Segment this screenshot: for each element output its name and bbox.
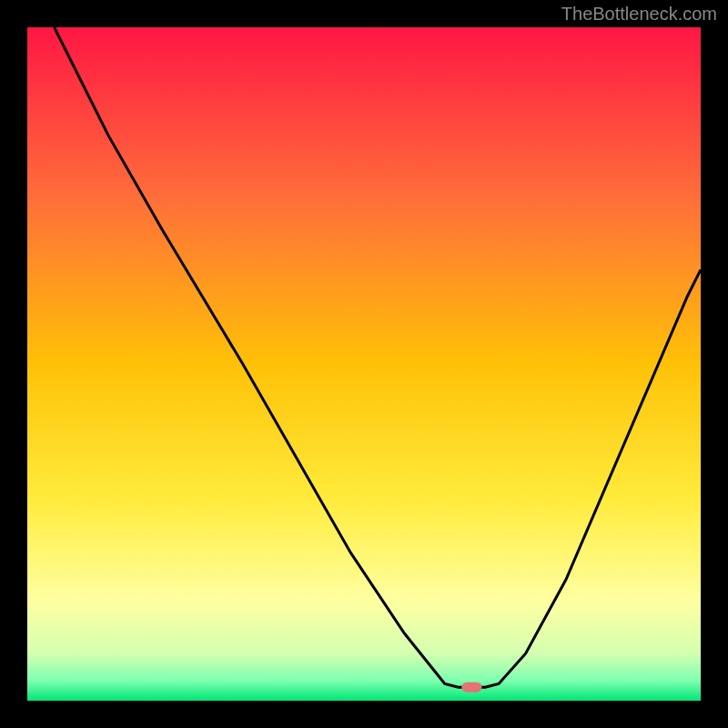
watermark-text: TheBottleneck.com bbox=[561, 4, 717, 25]
bottleneck-chart bbox=[0, 0, 728, 728]
optimal-point-marker bbox=[461, 682, 481, 693]
plot-gradient-background bbox=[27, 27, 701, 701]
chart-svg bbox=[0, 0, 728, 728]
